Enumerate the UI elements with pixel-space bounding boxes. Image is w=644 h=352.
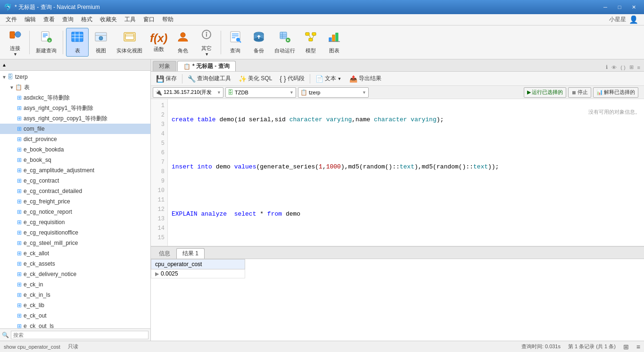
menu-file[interactable]: 文件 [2,15,21,25]
toolbar-other[interactable]: 其它 ▼ [195,25,218,59]
sql-content[interactable]: create table demo(id serial,sid characte… [168,99,644,246]
run-controls: ▶ 运行已选择的 ⏹ 停止 📊 解释已选择的 [524,87,642,98]
menu-format[interactable]: 格式 [77,15,96,25]
close-button[interactable]: ✕ [627,2,640,12]
menu-window[interactable]: 窗口 [140,15,158,25]
export-icon: 📤 [349,75,357,83]
tree-item-e-ck-allot[interactable]: ⊞ e_ck_allot [0,248,150,259]
editor-area: 1 2 3 4 5 6 7 8 9 10 11 12 13 14 15 [151,99,644,341]
tree-item-com-file[interactable]: ⊞ com_file [0,124,150,134]
toolbar-connect[interactable]: 连接 ▼ [4,25,26,59]
server-selector[interactable]: 🔌 121.36.157.210(开发 ▼ [153,87,223,98]
svg-point-28 [236,38,240,42]
schema-selector[interactable]: 📋 tzerp ▼ [298,87,369,98]
tree-item-e-cg-contract-det[interactable]: ⊞ e_cg_contract_detailed [0,186,150,196]
stop-button[interactable]: ⏹ 停止 [568,87,591,98]
tree-item-e-ck-out-ls[interactable]: ⊞ e_ck_out_ls [0,321,150,328]
table-row-icon: ⊞ [17,271,22,277]
collapse-icon[interactable]: ▲ [2,62,7,67]
menu-view[interactable]: 查看 [40,15,58,25]
toolbar-role[interactable]: 角色 [172,28,194,57]
toolbar-model[interactable]: 模型 [299,28,322,57]
grid2-icon[interactable]: ⊞ [629,64,634,70]
menu-help[interactable]: 帮助 [158,15,177,25]
toolbar-chart[interactable]: 图表 [323,28,346,57]
tree-item-e-ck-assets[interactable]: ⊞ e_ck_assets [0,259,150,269]
table-row-icon: ⊞ [17,198,22,205]
tab-query[interactable]: 📋 * 无标题 - 查询 [177,61,236,71]
run-selected-button[interactable]: ▶ 运行已选择的 [524,87,566,98]
menu-edit[interactable]: 编辑 [21,15,40,25]
table-row-icon: ⊞ [17,312,22,319]
tree-item-e-cg-steel[interactable]: ⊞ e_cg_steel_mill_price [0,238,150,248]
paren-icon[interactable]: ( ) [620,65,625,70]
beautify-button[interactable]: ✨ 美化 SQL [235,73,275,84]
tree-item-e-cg-contract[interactable]: ⊞ e_cg_contract [0,176,150,186]
tree-item-e-cg-notice[interactable]: ⊞ e_cg_notice_report [0,207,150,217]
tree-item-e-book-sq[interactable]: ⊞ e_book_sq [0,155,150,165]
tab-query-label: * 无标题 - 查询 [192,62,230,70]
connect-dropdown[interactable]: ▼ [13,52,17,57]
toolbar-table[interactable]: 表 [66,28,89,57]
schema-label: tzerp [309,90,320,95]
toolbar-auto-run[interactable]: 自动运行 [271,28,298,57]
minimize-button[interactable]: ─ [599,2,612,12]
menu-favorites[interactable]: 收藏夹 [96,15,121,25]
svg-point-1 [15,32,21,37]
text-dropdown[interactable]: ▼ [338,76,342,81]
menu-query[interactable]: 查询 [58,15,77,25]
status-grid-icon[interactable]: ⊞ [623,343,629,351]
explain-icon: 📊 [596,89,603,95]
status-list-icon[interactable]: ≡ [636,343,640,351]
info-icon[interactable]: ℹ [606,64,608,70]
database-selector[interactable]: 🗄 TZDB ▼ [225,87,296,98]
list2-icon[interactable]: ≡ [637,65,640,70]
toolbar-view[interactable]: 视图 [90,28,112,57]
query-create-label: 查询创建工具 [197,75,231,83]
tree-item-e-ck-lib[interactable]: ⊞ e_ck_lib [0,300,150,310]
status-query-time: 查询时间: 0.031s [521,343,561,350]
tree-tables-group[interactable]: ▼ 📋 表 [0,82,150,92]
table-row-icon: ⊞ [17,323,22,328]
text-button[interactable]: 📄 文本 ▼ [312,73,345,84]
tree-item-e-cg-req[interactable]: ⊞ e_cg_requisition [0,217,150,227]
eye-icon[interactable]: 👁 [611,65,617,70]
tree-item-e-ck-delivery[interactable]: ⊞ e_ck_delivery_notice [0,269,150,279]
tree-item-e-cg-freight[interactable]: ⊞ e_cg_freight_price [0,196,150,207]
table-name: e_cg_notice_report [24,209,72,215]
tab-object[interactable]: 对象 [153,61,176,71]
tree-item-dict-province[interactable]: ⊞ dict_province [0,134,150,144]
code-snippet-button[interactable]: { } 代码段 [276,73,307,84]
menu-tools[interactable]: 工具 [121,15,140,25]
search-input[interactable] [11,331,149,339]
tree-item-asys-right-copy1[interactable]: ⊞ asys_right_copy1_等待删除 [0,103,150,113]
toolbar-backup[interactable]: 备份 [248,28,270,57]
tree-item-asdxckc[interactable]: ⊞ asdxckc_等待删除 [0,92,150,103]
results-tab-1[interactable]: 结果 1 [176,248,205,259]
export-button[interactable]: 📤 导出结果 [346,73,385,84]
tree-item-e-book-bookda[interactable]: ⊞ e_book_bookda [0,144,150,155]
tree-item-e-cg-reqoffice[interactable]: ⊞ e_cg_requisitionoffice [0,227,150,238]
tree-item-e-ck-out[interactable]: ⊞ e_ck_out [0,310,150,321]
tree-db-root[interactable]: ▼ 🗄 tzerp [0,72,150,82]
results-tab-info[interactable]: 信息 [153,248,176,259]
toolbar-new-query[interactable]: + 新建查询 [33,28,60,57]
table-row[interactable]: ▶0.0025 [151,269,245,278]
server-label: 121.36.157.210(开发 [164,89,212,96]
save-button[interactable]: 💾 保存 [153,73,180,84]
query-create-button[interactable]: 🔧 查询创建工具 [184,73,234,84]
explain-button[interactable]: 📊 解释已选择的 [593,87,638,98]
sql-editor[interactable]: 1 2 3 4 5 6 7 8 9 10 11 12 13 14 15 [151,99,644,246]
other-dropdown[interactable]: ▼ [205,52,209,57]
toolbar-function[interactable]: f(x) 函数 [147,29,171,55]
toolbar-materialized-view[interactable]: 实体化视图 [113,28,146,57]
tree-item-asys-right-corp[interactable]: ⊞ asys_right_corp_copy1_等待删除 [0,113,150,124]
tree-item-e-ck-in-ls[interactable]: ⊞ e_ck_in_ls [0,290,150,300]
svg-line-42 [309,35,311,38]
toolbar-query[interactable]: 查询 [224,28,247,57]
line-num-4: 4 [151,129,167,139]
tree-item-e-cg-amplitude[interactable]: ⊞ e_cg_amplitude_adjustment [0,165,150,176]
explain-label: 解释已选择的 [604,89,635,96]
tree-item-e-ck-in[interactable]: ⊞ e_ck_in [0,279,150,290]
maximize-button[interactable]: □ [613,2,626,12]
